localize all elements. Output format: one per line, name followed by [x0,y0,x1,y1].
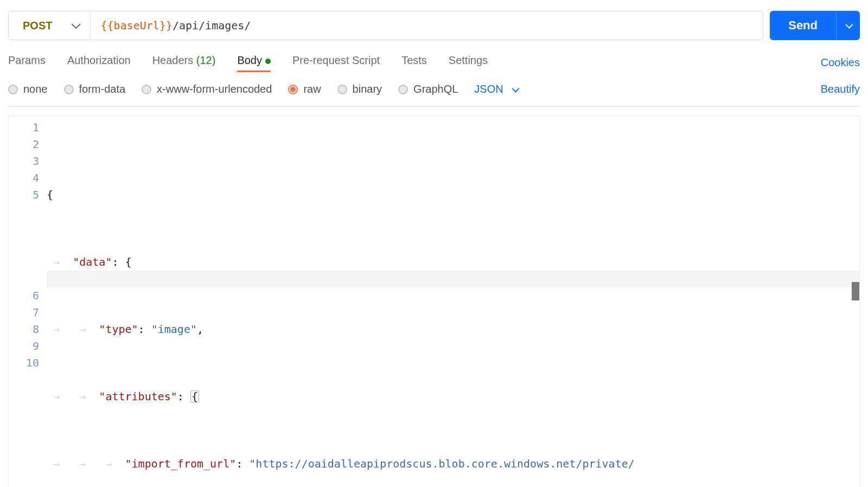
http-method-label: POST [23,20,52,32]
request-box: POST {{baseUrl}}/api/images/ [8,11,763,40]
radio-form-data[interactable]: form-data [64,83,126,95]
tab-params[interactable]: Params [8,54,46,71]
tab-body[interactable]: Body [237,54,271,71]
cookies-link[interactable]: Cookies [821,56,860,69]
editor-gutter: 1 2 3 4 5 6 7 8 9 10 [9,119,47,487]
beautify-link[interactable]: Beautify [821,83,860,95]
tab-prerequest[interactable]: Pre-request Script [292,54,380,71]
radio-icon [142,85,151,94]
tab-settings[interactable]: Settings [449,54,488,71]
tab-authorization[interactable]: Authorization [67,54,131,71]
json-editor[interactable]: 1 2 3 4 5 6 7 8 9 10 { → "data": { → → "… [8,116,860,487]
body-type-row: none form-data x-www-form-urlencoded raw… [8,83,860,103]
request-bar: POST {{baseUrl}}/api/images/ Send [8,11,860,40]
headers-count: (12) [196,54,216,66]
radio-urlencoded[interactable]: x-www-form-urlencoded [142,83,272,95]
url-variable: {{baseUrl}} [100,19,172,32]
chevron-down-icon [72,20,81,29]
tab-tests[interactable]: Tests [401,54,427,71]
chevron-down-icon [512,85,519,92]
chevron-down-icon [845,21,853,29]
http-method-select[interactable]: POST [9,11,91,40]
send-button[interactable]: Send [770,11,836,40]
body-format-select[interactable]: JSON [474,83,517,95]
radio-icon [398,85,408,94]
radio-icon [288,85,298,94]
send-dropdown-button[interactable] [836,11,860,40]
radio-raw[interactable]: raw [288,83,321,95]
body-type-radio-group: none form-data x-www-form-urlencoded raw… [8,83,518,95]
radio-icon [64,85,74,94]
url-path: /api/images/ [173,19,251,32]
request-url-input[interactable]: {{baseUrl}}/api/images/ [91,11,763,40]
radio-binary[interactable]: binary [337,83,382,95]
send-group: Send [770,11,860,40]
radio-none[interactable]: none [8,83,48,95]
tab-headers[interactable]: Headers (12) [152,54,216,71]
scrollbar-thumb[interactable] [852,282,859,300]
modified-dot-icon [265,59,271,64]
radio-graphql[interactable]: GraphQL [398,83,458,95]
radio-icon [337,85,347,94]
editor-code[interactable]: { → "data": { → → "type": "image", → → "… [47,119,859,487]
request-tabs: Params Authorization Headers (12) Body P… [8,54,488,71]
request-tabs-row: Params Authorization Headers (12) Body P… [8,54,860,71]
radio-icon [8,85,18,94]
